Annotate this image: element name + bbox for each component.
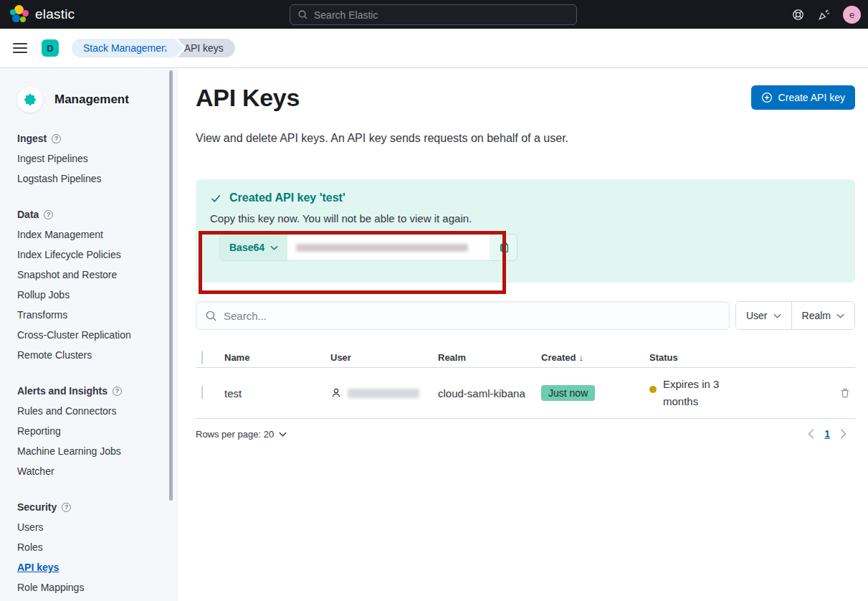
column-header-name[interactable]: Name bbox=[224, 352, 330, 363]
sidebar-item-machine-learning-jobs[interactable]: Machine Learning Jobs bbox=[17, 441, 165, 461]
sidebar-scrollbar[interactable] bbox=[169, 70, 173, 501]
api-keys-page: API Keys Create API key View and delete … bbox=[178, 68, 868, 601]
column-header-user[interactable]: User bbox=[330, 352, 438, 363]
help-icon[interactable] bbox=[791, 8, 804, 21]
section-label: Security ? bbox=[17, 497, 165, 517]
sidebar-item-remote-clusters[interactable]: Remote Clusters bbox=[17, 345, 165, 365]
row-checkbox[interactable] bbox=[201, 386, 203, 399]
sidebar-section-data: Data ? Index Management Index Lifecycle … bbox=[17, 204, 165, 365]
pagination-bar: Rows per page: 20 1 bbox=[196, 428, 855, 440]
sidebar-title: Management bbox=[54, 93, 129, 107]
next-page-button[interactable] bbox=[840, 429, 846, 439]
breadcrumb-stack-management[interactable]: Stack Management bbox=[72, 39, 177, 57]
select-all-checkbox[interactable] bbox=[201, 351, 203, 364]
breadcrumb: Stack Management API keys bbox=[72, 39, 235, 57]
management-sidebar: Management Ingest ? Ingest Pipelines Log… bbox=[0, 68, 178, 601]
sidebar-header: Management bbox=[17, 87, 165, 113]
table-search-input[interactable]: Search... bbox=[196, 301, 730, 330]
created-badge: Just now bbox=[541, 385, 595, 401]
section-label: Ingest ? bbox=[17, 128, 165, 148]
search-icon bbox=[297, 9, 308, 20]
column-header-status[interactable]: Status bbox=[649, 352, 835, 363]
key-name: test bbox=[224, 387, 330, 399]
filter-user-button[interactable]: User bbox=[736, 302, 791, 329]
table-search-placeholder: Search... bbox=[224, 310, 267, 322]
column-header-realm[interactable]: Realm bbox=[438, 352, 541, 363]
header-actions: e bbox=[791, 0, 861, 29]
sidebar-item-ingest-pipelines[interactable]: Ingest Pipelines bbox=[17, 148, 165, 169]
sidebar-item-role-mappings[interactable]: Role Mappings bbox=[17, 577, 165, 597]
create-api-key-button[interactable]: Create API key bbox=[751, 85, 855, 110]
pager: 1 bbox=[808, 428, 855, 440]
news-feed-icon[interactable] bbox=[817, 8, 830, 21]
elastic-logo[interactable]: elastic bbox=[10, 5, 75, 24]
section-label: Data ? bbox=[17, 204, 165, 224]
management-icon-circle bbox=[17, 87, 43, 113]
api-keys-table: Name User Realm Created↓ Status test bbox=[196, 348, 855, 419]
elastic-logo-icon bbox=[10, 5, 29, 24]
created-key-callout: Created API key 'test' Copy this key now… bbox=[196, 179, 855, 283]
sidebar-section-ingest: Ingest ? Ingest Pipelines Logstash Pipel… bbox=[17, 128, 165, 189]
top-header: elastic Search Elastic bbox=[0, 0, 868, 29]
deployment-badge[interactable]: D bbox=[42, 39, 59, 57]
page-subtitle: View and delete API keys. An API key sen… bbox=[196, 132, 855, 145]
user-icon bbox=[330, 387, 342, 399]
api-key-field-group: Base64 bbox=[219, 234, 518, 261]
global-search-placeholder: Search Elastic bbox=[314, 9, 378, 21]
sidebar-item-rules-and-connectors[interactable]: Rules and Connectors bbox=[17, 401, 165, 421]
copy-icon[interactable] bbox=[490, 235, 517, 260]
page-body: Management Ingest ? Ingest Pipelines Log… bbox=[0, 68, 868, 601]
question-icon: ? bbox=[62, 503, 71, 512]
page-number-1[interactable]: 1 bbox=[824, 428, 830, 440]
question-icon: ? bbox=[113, 387, 122, 396]
sidebar-item-cross-cluster-replication[interactable]: Cross-Cluster Replication bbox=[17, 325, 165, 345]
menu-icon[interactable] bbox=[13, 43, 27, 53]
global-search-input[interactable]: Search Elastic bbox=[290, 4, 577, 25]
filter-group: User Realm bbox=[735, 301, 855, 330]
chevron-right-icon bbox=[840, 429, 846, 439]
trash-icon bbox=[839, 387, 851, 399]
chevron-left-icon bbox=[808, 429, 814, 439]
callout-body: Copy this key now. You will not be able … bbox=[210, 212, 841, 224]
sort-desc-icon: ↓ bbox=[578, 352, 583, 363]
key-realm: cloud-saml-kibana bbox=[438, 387, 541, 399]
rows-per-page-select[interactable]: Rows per page: 20 bbox=[196, 429, 287, 440]
kibana-app: elastic Search Elastic bbox=[0, 0, 868, 601]
table-header-row: Name User Realm Created↓ Status bbox=[196, 348, 855, 368]
user-avatar[interactable]: e bbox=[843, 6, 861, 24]
brand-name: elastic bbox=[35, 6, 75, 22]
sidebar-item-roles[interactable]: Roles bbox=[17, 537, 165, 557]
section-label: Alerts and Insights ? bbox=[17, 381, 165, 401]
sidebar-item-logstash-pipelines[interactable]: Logstash Pipelines bbox=[17, 169, 165, 189]
sidebar-item-index-lifecycle-policies[interactable]: Index Lifecycle Policies bbox=[17, 245, 165, 265]
sidebar-item-users[interactable]: Users bbox=[17, 517, 165, 537]
callout-title: Created API key 'test' bbox=[229, 191, 345, 204]
redacted-key-text bbox=[296, 244, 468, 252]
breadcrumb-bar: D Stack Management API keys bbox=[0, 29, 868, 68]
encoding-select[interactable]: Base64 bbox=[220, 235, 287, 260]
sidebar-item-index-management[interactable]: Index Management bbox=[17, 224, 165, 245]
check-icon bbox=[210, 192, 222, 204]
page-title: API Keys bbox=[196, 84, 300, 112]
question-icon: ? bbox=[52, 134, 61, 143]
chevron-down-icon bbox=[773, 313, 781, 318]
filter-realm-button[interactable]: Realm bbox=[791, 302, 854, 329]
key-user bbox=[330, 387, 438, 399]
previous-page-button[interactable] bbox=[808, 429, 814, 439]
delete-key-button[interactable] bbox=[835, 387, 855, 399]
sidebar-item-snapshot-and-restore[interactable]: Snapshot and Restore bbox=[17, 265, 165, 285]
sidebar-item-transforms[interactable]: Transforms bbox=[17, 305, 165, 325]
table-row: test cloud-saml-kibana Just now Expires … bbox=[196, 368, 855, 419]
chevron-down-icon bbox=[836, 313, 844, 318]
chevron-down-icon bbox=[279, 432, 287, 437]
column-header-created[interactable]: Created↓ bbox=[541, 352, 649, 363]
sidebar-item-reporting[interactable]: Reporting bbox=[17, 421, 165, 441]
sidebar-item-watcher[interactable]: Watcher bbox=[17, 461, 165, 481]
sidebar-item-api-keys[interactable]: API keys bbox=[17, 557, 165, 577]
api-key-value-redacted[interactable] bbox=[287, 235, 490, 260]
sidebar-section-security: Security ? Users Roles API keys Role Map… bbox=[17, 497, 165, 597]
plus-circle-icon bbox=[761, 92, 773, 103]
key-status: Expires in 3 months bbox=[649, 376, 835, 410]
sidebar-item-rollup-jobs[interactable]: Rollup Jobs bbox=[17, 285, 165, 305]
gear-icon bbox=[24, 94, 36, 105]
